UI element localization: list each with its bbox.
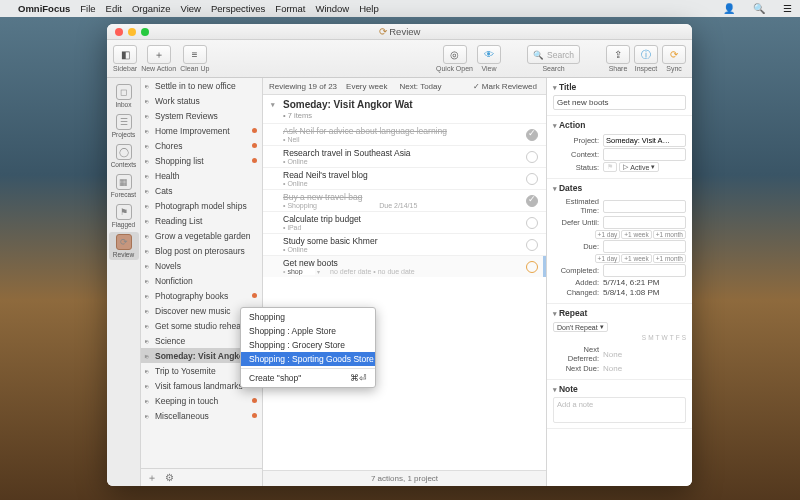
sidebar-toggle-button[interactable]: ◧: [113, 45, 137, 64]
menu-format[interactable]: Format: [275, 3, 305, 14]
inspector-action-head[interactable]: Action: [553, 119, 686, 133]
inspector-title-field[interactable]: Get new boots: [553, 95, 686, 110]
inspector-title-head[interactable]: Title: [553, 81, 686, 95]
sidebar-item[interactable]: ▸○Photograph model ships: [141, 198, 262, 213]
defer-field[interactable]: [603, 216, 686, 229]
perspective-forecast[interactable]: ▦Forecast: [109, 172, 139, 200]
mark-reviewed-button[interactable]: ✓ Mark Reviewed: [470, 82, 540, 91]
flag-toggle[interactable]: ⚑: [603, 162, 617, 172]
search-input[interactable]: 🔍Search: [527, 45, 580, 64]
completed-field[interactable]: [603, 264, 686, 277]
due-chip-1d[interactable]: +1 day: [595, 254, 621, 263]
inspect-button[interactable]: ⓘ: [634, 45, 658, 64]
autocomplete-create[interactable]: Create "shop"⌘⏎: [241, 371, 375, 385]
quick-open-button[interactable]: ◎: [443, 45, 467, 64]
task-checkbox[interactable]: [526, 195, 538, 207]
autocomplete-item[interactable]: Shopping : Grocery Store: [241, 338, 375, 352]
sidebar-item[interactable]: ▸○Reading List: [141, 213, 262, 228]
menu-organize[interactable]: Organize: [132, 3, 171, 14]
sidebar-item[interactable]: ▸○Settle in to new office: [141, 78, 262, 93]
notification-center-icon[interactable]: ☰: [783, 3, 792, 14]
task-row[interactable]: Study some basic Khmer• Online: [263, 233, 546, 255]
sidebar-item[interactable]: ▸○Nonfiction: [141, 273, 262, 288]
perspective-projects[interactable]: ☰Projects: [109, 112, 139, 140]
defer-chip-1m[interactable]: +1 month: [653, 230, 686, 239]
context-field[interactable]: [603, 148, 686, 161]
toolbar: ◧Sidebar ＋New Action ≡Clean Up ◎Quick Op…: [107, 40, 692, 78]
task-row[interactable]: Get new boots• ▾ no defer date • no due …: [263, 255, 546, 277]
project-title[interactable]: ▾Someday: Visit Angkor Wat: [263, 95, 546, 111]
menu-help[interactable]: Help: [359, 3, 379, 14]
share-button[interactable]: ⇪: [606, 45, 630, 64]
task-checkbox[interactable]: [526, 261, 538, 273]
weekday-picker[interactable]: SMTWTFS: [553, 334, 686, 341]
sidebar-item[interactable]: ▸○Photography books: [141, 288, 262, 303]
task-checkbox[interactable]: [526, 239, 538, 251]
perspective-review[interactable]: ⟳Review: [109, 232, 139, 260]
sidebar-item[interactable]: ▸○Home Improvement: [141, 123, 262, 138]
task-checkbox[interactable]: [526, 129, 538, 141]
sidebar-item[interactable]: ▸○Work status: [141, 93, 262, 108]
inspector-dates-head[interactable]: Dates: [553, 182, 686, 196]
sidebar-item[interactable]: ▸○Health: [141, 168, 262, 183]
sidebar-item[interactable]: ▸○Blog post on pterosaurs: [141, 243, 262, 258]
note-field[interactable]: Add a note: [553, 397, 686, 423]
perspective-inbox[interactable]: ◻Inbox: [109, 82, 139, 110]
clean-up-button[interactable]: ≡: [183, 45, 207, 64]
menu-perspectives[interactable]: Perspectives: [211, 3, 265, 14]
new-action-button[interactable]: ＋: [147, 45, 171, 64]
menu-window[interactable]: Window: [315, 3, 349, 14]
sidebar-item[interactable]: ▸○Chores: [141, 138, 262, 153]
due-chip-1m[interactable]: +1 month: [653, 254, 686, 263]
sidebar-item[interactable]: ▸○System Reviews: [141, 108, 262, 123]
project-sidebar: ▸○Settle in to new office▸○Work status▸○…: [141, 78, 263, 486]
task-row[interactable]: Ask Neil for advice about language learn…: [263, 123, 546, 145]
defer-chip-1d[interactable]: +1 day: [595, 230, 621, 239]
add-project-button[interactable]: ＋: [147, 471, 157, 485]
review-next[interactable]: Next: Today: [396, 82, 444, 91]
inspector-note-head[interactable]: Note: [553, 383, 686, 397]
task-row[interactable]: Buy a new travel bag• Shopping Due 2/14/…: [263, 189, 546, 211]
task-checkbox[interactable]: [526, 217, 538, 229]
user-icon[interactable]: 👤: [723, 3, 735, 14]
inspector-repeat-head[interactable]: Repeat: [553, 307, 686, 321]
project-field[interactable]: [603, 134, 686, 147]
sync-button[interactable]: ⟳: [662, 45, 686, 64]
autocomplete-item[interactable]: Shopping : Sporting Goods Store: [241, 352, 375, 366]
project-meta: • 7 items: [263, 111, 546, 123]
menu-file[interactable]: File: [80, 3, 95, 14]
sidebar-item[interactable]: ▸○Novels: [141, 258, 262, 273]
sidebar-item[interactable]: ▸○Keeping in touch: [141, 393, 262, 408]
perspective-contexts[interactable]: ◯Contexts: [109, 142, 139, 170]
menu-edit[interactable]: Edit: [106, 3, 122, 14]
review-status: Reviewing 19 of 23: [269, 82, 337, 91]
sidebar-item[interactable]: ▸○Miscellaneous: [141, 408, 262, 423]
task-row[interactable]: Calculate trip budget• iPad: [263, 211, 546, 233]
autocomplete-item[interactable]: Shopping: [241, 310, 375, 324]
task-checkbox[interactable]: [526, 173, 538, 185]
sidebar-settings-button[interactable]: ⚙: [165, 472, 174, 483]
menu-view[interactable]: View: [181, 3, 201, 14]
autocomplete-item[interactable]: Shopping : Apple Store: [241, 324, 375, 338]
task-row[interactable]: Read Neil's travel blog• Online: [263, 167, 546, 189]
sidebar-item[interactable]: ▸○Grow a vegetable garden: [141, 228, 262, 243]
task-checkbox[interactable]: [526, 151, 538, 163]
task-row[interactable]: Research travel in Southeast Asia• Onlin…: [263, 145, 546, 167]
sidebar-item[interactable]: ▸○Cats: [141, 183, 262, 198]
changed-value: 5/8/14, 1:08 PM: [603, 288, 686, 297]
next-deferred-label: Next Deferred:: [553, 345, 603, 363]
sidebar-item[interactable]: ▸○Shopping list: [141, 153, 262, 168]
inspect-label: Inspect: [635, 65, 658, 72]
task-context-input[interactable]: [287, 268, 315, 275]
review-interval[interactable]: Every week: [343, 82, 390, 91]
status-field[interactable]: ▷ Active ▾: [619, 162, 659, 172]
app-menu[interactable]: OmniFocus: [18, 3, 70, 14]
defer-chip-1w[interactable]: +1 week: [621, 230, 651, 239]
repeat-field[interactable]: Don't Repeat ▾: [553, 322, 608, 332]
est-time-field[interactable]: [603, 200, 686, 213]
spotlight-icon[interactable]: 🔍: [753, 3, 765, 14]
perspective-flagged[interactable]: ⚑Flagged: [109, 202, 139, 230]
due-chip-1w[interactable]: +1 week: [621, 254, 651, 263]
due-field[interactable]: [603, 240, 686, 253]
view-button[interactable]: 👁: [477, 45, 501, 64]
